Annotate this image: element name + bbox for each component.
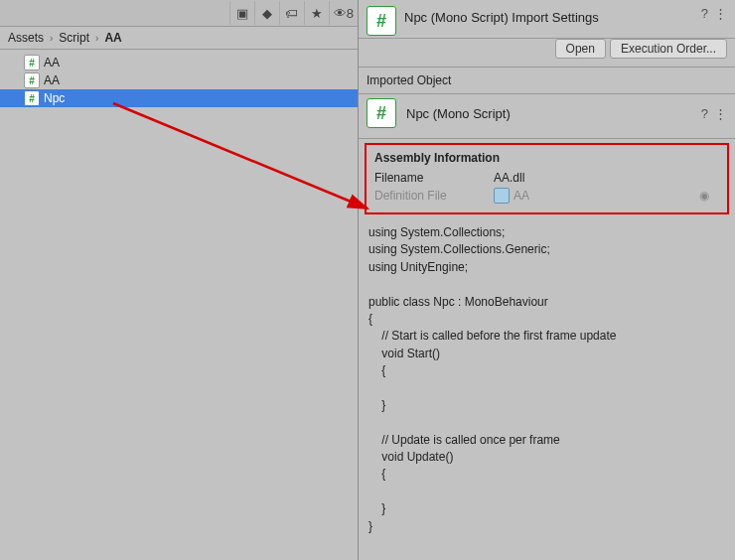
chevron-right-icon: › [95,33,98,44]
menu-icon[interactable]: ⋮ [714,106,727,121]
script-icon: # [367,6,396,36]
open-button[interactable]: Open [555,39,606,59]
menu-icon[interactable]: ⋮ [714,6,727,21]
toolbar-tag-icon[interactable]: 🏷 [279,1,304,25]
help-icon[interactable]: ? [701,106,708,121]
csharp-icon: # [24,72,40,88]
execution-order-button[interactable]: Execution Order... [610,39,727,59]
tree-item-selected[interactable]: # Npc [0,89,358,107]
assembly-info-heading: Assembly Information [374,151,719,165]
eye-off-icon: 👁 [334,6,347,21]
asset-tree: # AA # AA # Npc [0,50,358,560]
toolbar-star-icon[interactable]: ★ [304,1,329,25]
csharp-icon: # [24,90,40,106]
assembly-info-box: Assembly Information Filename AA.dll Def… [365,143,729,214]
inspector-panel: # Npc (Mono Script) Import Settings ? ⋮ … [359,0,735,560]
breadcrumb-root[interactable]: Assets [8,31,44,45]
asmdef-chip-icon [494,188,510,204]
tree-item-label: AA [44,73,60,87]
project-toolbar: ▣ ◆ 🏷 ★ 👁 8 [0,0,358,27]
help-icon[interactable]: ? [701,6,708,21]
tree-item[interactable]: # AA [0,54,358,71]
inspector-header-buttons: Open Execution Order... [359,39,735,68]
toolbar-btn-1[interactable]: ▣ [229,1,254,25]
script-source-preview: using System.Collections; using System.C… [359,218,735,541]
breadcrumb-mid[interactable]: Script [59,31,89,45]
definition-file-label: Definition File [374,189,494,203]
hidden-count: 8 [347,6,354,21]
filename-label: Filename [374,171,494,185]
imported-object-title: Npc (Mono Script) [406,106,701,121]
script-icon: # [367,98,396,128]
object-picker-icon[interactable]: ◉ [699,189,709,203]
toolbar-hidden-toggle[interactable]: 👁 8 [329,1,358,25]
tree-item[interactable]: # AA [0,71,358,89]
filename-value: AA.dll [494,171,719,185]
project-panel: ▣ ◆ 🏷 ★ 👁 8 Assets › Script › AA # AA # … [0,0,359,560]
inspector-header: # Npc (Mono Script) Import Settings ? ⋮ [359,0,735,39]
toolbar-btn-2[interactable]: ◆ [254,1,279,25]
imported-object-row: # Npc (Mono Script) ? ⋮ [359,94,735,139]
breadcrumb[interactable]: Assets › Script › AA [0,27,358,50]
breadcrumb-leaf[interactable]: AA [104,31,121,45]
definition-file-value[interactable]: AA [514,189,529,203]
inspector-title: Npc (Mono Script) Import Settings [404,10,701,25]
asmdef-icon: # [24,55,40,70]
imported-object-label: Imported Object [359,68,735,94]
assembly-info-section: Assembly Information Filename AA.dll Def… [359,139,735,218]
chevron-right-icon: › [50,33,53,44]
tree-item-label: Npc [44,91,65,105]
tree-item-label: AA [44,56,60,70]
